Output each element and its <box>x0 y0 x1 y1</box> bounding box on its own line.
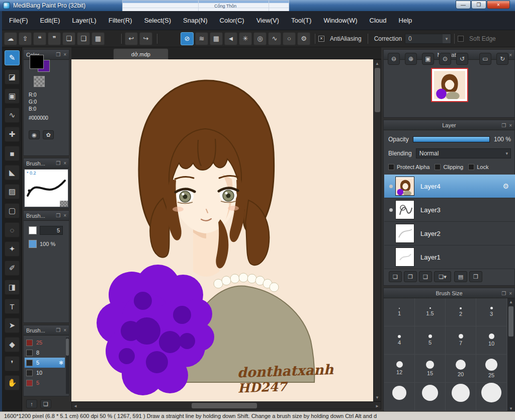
chat-icon[interactable]: ❞ <box>48 32 61 45</box>
rotate-cw-icon[interactable]: ↻ <box>496 53 508 65</box>
foreground-color-swatch[interactable] <box>30 55 44 69</box>
vertical-scroll-thumb[interactable] <box>375 68 380 112</box>
close-icon[interactable]: × <box>63 160 66 166</box>
brush-size-option[interactable] <box>476 383 507 411</box>
close-icon[interactable]: × <box>509 123 512 128</box>
snap-off-icon[interactable]: ⊘ <box>181 32 194 45</box>
eyedropper-tool[interactable]: ❜ <box>5 356 20 371</box>
color-wheel-icon[interactable]: ◉ <box>29 130 40 139</box>
menu-filter[interactable]: Filter(R) <box>103 17 138 24</box>
snap-vanishing-icon[interactable]: ◄ <box>224 32 237 45</box>
select-pen-tool[interactable]: ✐ <box>5 261 20 276</box>
snap-ellipse-icon[interactable]: ○ <box>283 32 296 45</box>
layer-row[interactable]: Layer2 <box>384 222 515 245</box>
brush-size-option[interactable] <box>446 383 476 411</box>
vertical-scrollbar[interactable]: ▲ ▼ <box>373 59 381 401</box>
shape-brush-tool[interactable]: ▣ <box>5 89 20 104</box>
brush-size-scroll-thumb[interactable] <box>508 306 513 337</box>
move-tool[interactable]: ✚ <box>5 127 20 142</box>
snap-curve-icon[interactable]: ∿ <box>268 32 281 45</box>
menu-help[interactable]: Help <box>393 17 418 24</box>
brush-item[interactable]: 5 <box>25 378 65 388</box>
horizontal-scrollbar[interactable]: ◄ ► <box>71 401 381 409</box>
add-layer-menu-button[interactable]: ❏▾ <box>434 271 451 282</box>
navigator-thumbnail[interactable] <box>431 68 468 102</box>
layer-style-button[interactable]: ❑ <box>419 271 432 282</box>
close-button[interactable]: × <box>487 1 510 9</box>
brush-size-option[interactable]: 3 <box>476 298 507 326</box>
duplicate-layer-button[interactable]: ❐ <box>404 271 417 282</box>
minimize-button[interactable]: — <box>456 1 471 9</box>
menu-color[interactable]: Color(C) <box>214 17 250 24</box>
popout-icon[interactable]: ❐ <box>56 52 60 57</box>
scroll-up-arrow-icon[interactable]: ▲ <box>374 60 381 67</box>
scroll-up-arrow-icon[interactable]: ▲ <box>507 298 514 305</box>
menu-layer[interactable]: Layer(L) <box>66 17 102 24</box>
popout-icon[interactable]: ❐ <box>56 213 60 218</box>
document-tab[interactable]: dở.mdp <box>113 48 168 59</box>
snap-radial-icon[interactable]: ✳ <box>239 32 252 45</box>
scroll-down-arrow-icon[interactable]: ▼ <box>507 405 514 412</box>
cloud-icon[interactable]: ☁ <box>4 32 17 45</box>
brush-size-swatch[interactable] <box>29 226 37 234</box>
opacity-slider[interactable] <box>413 136 490 142</box>
copy-layer-button[interactable]: ❒ <box>469 271 482 282</box>
close-icon[interactable]: × <box>63 213 66 218</box>
layer-row[interactable]: Layer3 <box>384 198 515 222</box>
transparent-color-swatch[interactable] <box>34 76 45 87</box>
fit-window-icon[interactable]: ▣ <box>422 53 434 65</box>
zoom-in-icon[interactable]: ⊕ <box>405 53 417 65</box>
brush-size-option[interactable]: 4 <box>384 326 415 355</box>
brush-size-option[interactable]: 7 <box>446 326 476 355</box>
snap-concentric-icon[interactable]: ◎ <box>253 32 267 45</box>
scroll-up-icon[interactable]: ↑ <box>26 399 37 408</box>
layout-icon[interactable]: ❑ <box>77 32 90 45</box>
brush-tool[interactable]: ✎ <box>5 50 20 65</box>
layer-row-selected[interactable]: Layer4 ⚙ <box>384 175 515 198</box>
horizontal-scroll-thumb[interactable] <box>192 403 257 408</box>
rotate-ccw-icon[interactable]: ↺ <box>456 53 468 65</box>
layer-gear-icon[interactable]: ⚙ <box>502 182 509 190</box>
maximize-button[interactable]: ❒ <box>471 1 486 9</box>
brush-size-option[interactable]: 15 <box>415 355 446 383</box>
brush-size-option[interactable]: 1 <box>384 298 415 326</box>
stamp-tool[interactable]: ◆ <box>5 337 20 352</box>
brush-size-option[interactable]: 2 <box>446 298 476 326</box>
comment-icon[interactable]: ❝ <box>33 32 46 45</box>
text-tool[interactable]: T <box>5 299 20 314</box>
menu-view[interactable]: View(V) <box>250 17 285 24</box>
palette-icon[interactable]: ✿ <box>43 130 54 139</box>
brush-size-option[interactable] <box>415 383 446 411</box>
menu-file[interactable]: File(F) <box>3 17 34 24</box>
menu-tool[interactable]: Tool(T) <box>285 17 317 24</box>
lasso-tool[interactable]: ◌ <box>5 222 20 237</box>
fill-tool[interactable]: ◣ <box>5 165 20 180</box>
brush-size-option[interactable]: 1.5 <box>415 298 446 326</box>
close-icon[interactable]: × <box>63 327 66 333</box>
soft-edge-checkbox[interactable] <box>458 36 464 42</box>
pixel-ratio-icon[interactable]: ⊙ <box>439 53 451 65</box>
snap-grid-icon[interactable]: ▦ <box>210 32 223 45</box>
zoom-out-icon[interactable]: ⊖ <box>388 53 400 65</box>
scroll-down-arrow-icon[interactable]: ▼ <box>374 394 381 401</box>
new-layer-button[interactable]: ❏ <box>389 271 402 282</box>
layer-row[interactable]: Layer1 <box>384 245 515 269</box>
brush-list-scrollbar[interactable] <box>66 338 69 394</box>
popout-icon[interactable]: ❐ <box>56 327 60 333</box>
close-icon[interactable]: × <box>63 52 66 57</box>
upload-icon[interactable]: ⇧ <box>19 32 32 45</box>
correction-dropdown[interactable]: 0 ▾ <box>405 34 451 44</box>
canvas[interactable]: donthatxanh HD247 <box>71 59 373 401</box>
blending-dropdown[interactable]: Normal ▾ <box>416 148 511 158</box>
menu-window[interactable]: Window(W) <box>317 17 363 24</box>
scroll-left-arrow-icon[interactable]: ◄ <box>72 402 79 409</box>
visibility-dot[interactable] <box>389 185 393 188</box>
gradient-tool[interactable]: ▨ <box>5 184 20 199</box>
hand-tool[interactable]: ✋ <box>5 375 20 390</box>
select-eraser-tool[interactable]: ◨ <box>5 280 20 295</box>
brush-item[interactable]: 25 <box>25 338 65 348</box>
menu-snap[interactable]: Snap(N) <box>177 17 213 24</box>
brush-size-option[interactable]: 20 <box>446 355 476 383</box>
scroll-right-arrow-icon[interactable]: ► <box>374 402 381 409</box>
brush-size-option[interactable]: 5 <box>415 326 446 355</box>
